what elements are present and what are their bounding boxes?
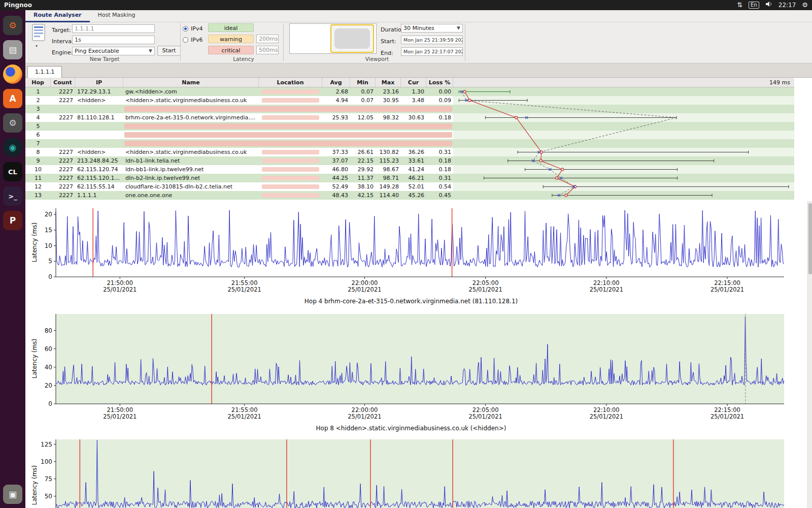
latency-chart-hop8[interactable]: 0255075100125 bbox=[38, 439, 784, 508]
hop-row-13[interactable]: 1322271.1.1.1one.one.one.one48.4342.1511… bbox=[25, 191, 794, 200]
new-target-icon[interactable] bbox=[31, 23, 46, 44]
window-title: Pingnoo bbox=[4, 2, 32, 9]
hop-row-12[interactable]: 12222762.115.55.14cloudflare-ic-310815-d… bbox=[25, 182, 794, 191]
doc-tab-target[interactable]: 1.1.1.1 bbox=[27, 66, 62, 78]
ip-cell: <hidden> bbox=[75, 96, 123, 105]
hop-row-9[interactable]: 92227213.248.84.25ldn-b1-link.telia.net3… bbox=[25, 156, 794, 165]
hop-row-6[interactable]: 6 bbox=[25, 131, 794, 139]
hop-row-10[interactable]: 10222762.115.120.74ldn-bb1-link.ip.twelv… bbox=[25, 165, 794, 174]
svg-text:25/01/2021: 25/01/2021 bbox=[103, 286, 137, 293]
hop-row-2[interactable]: 22227<hidden><hidden>.static.virginmedia… bbox=[25, 96, 794, 105]
network-indicator-icon[interactable]: ⇅ bbox=[737, 0, 742, 10]
ip-cell: 81.110.128.1 bbox=[75, 113, 123, 122]
svg-text:21:50:00: 21:50:00 bbox=[107, 406, 133, 414]
hop-row-7[interactable]: 7 bbox=[25, 139, 794, 148]
volume-icon[interactable] bbox=[765, 0, 772, 10]
viewport-window[interactable] bbox=[330, 24, 374, 53]
ribbon-tabbar: Route AnalyserHost Masking bbox=[25, 10, 812, 22]
avg-cell: 25.93 bbox=[322, 113, 350, 122]
location-cell bbox=[259, 148, 322, 156]
col-header-min[interactable]: Min bbox=[350, 78, 376, 87]
count-cell bbox=[51, 122, 75, 131]
system-indicators: ⇅ En 22:17 ⚙ bbox=[737, 0, 808, 10]
svg-text:22:00:00: 22:00:00 bbox=[352, 406, 378, 414]
chart1-ylabel: Latency (ms) bbox=[31, 209, 38, 275]
viewport-end-value[interactable]: Mon Jan 25 22:17:07 2021 bbox=[401, 47, 463, 56]
ipv4-radio[interactable]: IPv4 bbox=[183, 24, 202, 33]
duration-select[interactable]: ▼30 Minutes bbox=[401, 24, 463, 33]
svg-text:80: 80 bbox=[45, 327, 52, 334]
name-cell: one.one.one.one bbox=[123, 191, 259, 200]
terminal-icon[interactable]: >_ bbox=[3, 186, 22, 206]
avg-cell: 48.43 bbox=[322, 191, 350, 200]
ide-p-icon[interactable]: P bbox=[3, 211, 22, 230]
critical-ms-input[interactable]: 500ms bbox=[256, 46, 279, 54]
session-gear-icon[interactable]: ⚙ bbox=[802, 0, 808, 10]
hop-row-4[interactable]: 4222781.110.128.1brhm-core-2a-et-315-0.n… bbox=[25, 113, 794, 122]
col-header-ip[interactable]: IP bbox=[75, 78, 123, 87]
chart3-ylabel: Latency (ms) bbox=[31, 452, 38, 508]
hop-row-11[interactable]: 11222762.115.120.1...dln-b2-link.ip.twel… bbox=[25, 174, 794, 182]
new-target-group-label: New Target bbox=[30, 56, 179, 62]
col-header-name[interactable]: Name bbox=[123, 78, 259, 87]
col-header-hop[interactable]: Hop bbox=[25, 78, 51, 87]
latency-chart-hop4[interactable]: 02040608021:50:0025/01/202121:55:0025/01… bbox=[38, 314, 784, 421]
hop-cell: 1 bbox=[25, 87, 51, 96]
hop-row-1[interactable]: 12227172.29.13.1gw.<hidden>.com2.680.072… bbox=[25, 87, 794, 96]
target-input[interactable]: 1.1.1.1 bbox=[72, 24, 155, 33]
critical-latency-pill: critical bbox=[208, 46, 254, 54]
tab-host-masking[interactable]: Host Masking bbox=[90, 10, 144, 22]
loss-cell: 0.18 bbox=[426, 113, 453, 122]
viewport-start-value[interactable]: Mon Jan 25 21:39:59 2021 bbox=[401, 36, 463, 44]
system-tools-icon[interactable]: ⚙ bbox=[3, 113, 22, 133]
cur-cell: 3.48 bbox=[401, 96, 426, 105]
clock[interactable]: 22:17 bbox=[779, 2, 796, 9]
graph-cell bbox=[453, 174, 794, 182]
hop-row-5[interactable]: 5 bbox=[25, 122, 794, 131]
svg-text:25/01/2021: 25/01/2021 bbox=[228, 413, 261, 420]
media-app-icon[interactable]: ◉ bbox=[3, 138, 22, 157]
font-app-icon[interactable]: A bbox=[3, 89, 22, 108]
loss-cell: 0.09 bbox=[426, 96, 453, 105]
col-header-loss[interactable]: Loss % bbox=[426, 78, 453, 87]
col-header-location[interactable]: Location bbox=[259, 78, 322, 87]
ipv6-radio[interactable]: IPv6 bbox=[183, 36, 202, 44]
loss-cell: 0.54 bbox=[426, 182, 453, 191]
viewport-timeline[interactable] bbox=[289, 23, 377, 54]
col-header-avg[interactable]: Avg bbox=[322, 78, 350, 87]
table-header: HopCountIPNameLocationAvgMinMaxCurLoss % bbox=[25, 78, 794, 87]
vertical-scrollbar[interactable] bbox=[807, 201, 812, 508]
cur-cell: 46.21 bbox=[401, 174, 426, 182]
hop-row-8[interactable]: 82227<hidden><hidden>.static.virginmedia… bbox=[25, 148, 794, 156]
file-manager-icon[interactable]: ▤ bbox=[3, 40, 22, 59]
col-header-cur[interactable]: Cur bbox=[401, 78, 426, 87]
interval-input[interactable]: 1s bbox=[72, 36, 155, 44]
min-cell: 12.05 bbox=[350, 113, 376, 122]
location-bar bbox=[262, 150, 319, 154]
warning-ms-input[interactable]: 200ms bbox=[256, 35, 279, 43]
col-header-max[interactable]: Max bbox=[376, 78, 401, 87]
hop-cell: 2 bbox=[25, 96, 51, 105]
graph-scale-label: 149 ms bbox=[733, 79, 790, 86]
new-target-dropdown-icon[interactable]: ▾ bbox=[36, 44, 38, 48]
col-header-count[interactable]: Count bbox=[51, 78, 75, 87]
cur-cell: 1.30 bbox=[401, 87, 426, 96]
firefox-icon[interactable] bbox=[3, 65, 22, 84]
clion-icon[interactable]: CL bbox=[3, 162, 22, 181]
tab-route-analyser[interactable]: Route Analyser bbox=[25, 10, 90, 22]
latency-chart-hop1[interactable]: 0510152021:50:0025/01/202121:55:0025/01/… bbox=[38, 208, 784, 295]
chart3-title: Hop 8 <hidden>.static.virginmediabusines… bbox=[25, 425, 797, 432]
location-bar bbox=[262, 158, 319, 163]
ubuntu-settings-icon[interactable]: ⚙ bbox=[3, 16, 22, 35]
trash-icon[interactable]: ▣ bbox=[3, 485, 22, 504]
start-button[interactable]: Start bbox=[157, 46, 181, 56]
avg-cell: 44.25 bbox=[322, 174, 350, 182]
hop-row-3[interactable]: 3 bbox=[25, 105, 794, 113]
svg-text:22:15:00: 22:15:00 bbox=[714, 279, 740, 287]
loss-cell: 0.00 bbox=[426, 87, 453, 96]
engine-select[interactable]: ▼Ping Executable bbox=[72, 47, 155, 55]
scrollbar-thumb[interactable] bbox=[808, 203, 812, 274]
svg-text:22:10:00: 22:10:00 bbox=[593, 279, 620, 287]
count-cell: 2227 bbox=[51, 148, 75, 156]
language-indicator[interactable]: En bbox=[749, 2, 759, 9]
